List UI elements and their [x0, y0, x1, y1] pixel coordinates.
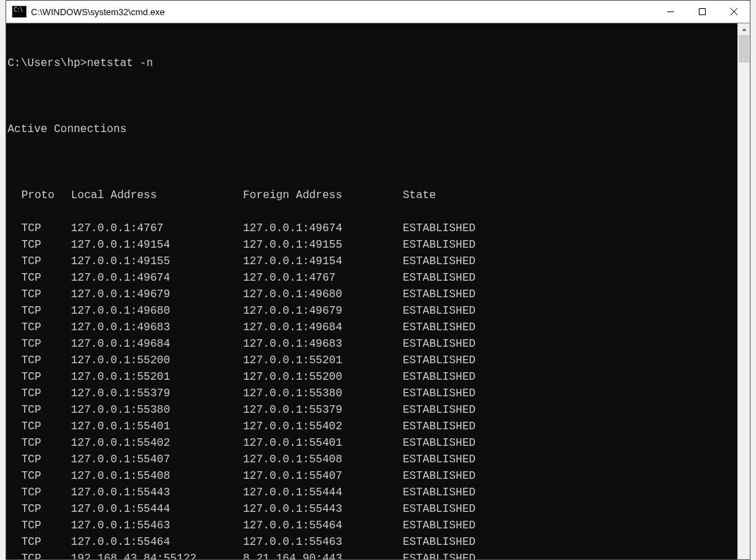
close-icon	[730, 8, 738, 16]
local-address-cell: 127.0.0.1:55200	[71, 352, 243, 369]
state-cell: ESTABLISHED	[403, 237, 476, 253]
state-cell: ESTABLISHED	[403, 451, 476, 468]
foreign-address-cell: 127.0.0.1:49684	[243, 319, 403, 336]
col-proto-header: Proto	[21, 187, 71, 204]
chevron-up-icon	[742, 27, 747, 32]
local-address-cell: 127.0.0.1:55201	[71, 369, 243, 385]
local-address-cell: 127.0.0.1:49155	[71, 253, 243, 270]
blank-line	[6, 88, 737, 105]
connection-row: TCP127.0.0.1:55408127.0.0.1:55407ESTABLI…	[6, 468, 737, 484]
foreign-address-cell: 127.0.0.1:55379	[243, 402, 403, 418]
state-cell: ESTABLISHED	[403, 369, 476, 385]
local-address-cell: 127.0.0.1:55464	[71, 534, 243, 550]
state-cell: ESTABLISHED	[403, 352, 476, 369]
proto-cell: TCP	[21, 303, 71, 319]
connection-row: TCP127.0.0.1:55401127.0.0.1:55402ESTABLI…	[6, 418, 737, 435]
foreign-address-cell: 127.0.0.1:55380	[243, 385, 403, 402]
foreign-address-cell: 127.0.0.1:55464	[243, 517, 403, 534]
connection-row: TCP127.0.0.1:55463127.0.0.1:55464ESTABLI…	[6, 517, 737, 534]
local-address-cell: 127.0.0.1:49680	[71, 303, 243, 319]
local-address-cell: 127.0.0.1:55408	[71, 468, 243, 484]
local-address-cell: 127.0.0.1:55402	[71, 435, 243, 451]
foreign-address-cell: 127.0.0.1:55444	[243, 484, 403, 501]
connection-row: TCP127.0.0.1:49684127.0.0.1:49683ESTABLI…	[6, 336, 737, 352]
foreign-address-cell: 127.0.0.1:49679	[243, 303, 403, 319]
console-output[interactable]: C:\Users\hp>netstat -n Active Connection…	[6, 23, 737, 559]
connection-row: TCP127.0.0.1:49680127.0.0.1:49679ESTABLI…	[6, 303, 737, 319]
col-state-header: State	[403, 187, 436, 204]
proto-cell: TCP	[21, 402, 71, 418]
local-address-cell: 127.0.0.1:55379	[71, 385, 243, 402]
foreign-address-cell: 127.0.0.1:55408	[243, 451, 403, 468]
local-address-cell: 127.0.0.1:4767	[71, 220, 243, 237]
proto-cell: TCP	[21, 385, 71, 402]
foreign-address-cell: 127.0.0.1:49154	[243, 253, 403, 270]
state-cell: ESTABLISHED	[403, 286, 476, 303]
foreign-address-cell: 127.0.0.1:55402	[243, 418, 403, 435]
svg-rect-1	[700, 9, 706, 15]
vertical-scrollbar[interactable]	[737, 23, 750, 559]
connection-row: TCP127.0.0.1:49674127.0.0.1:4767ESTABLIS…	[6, 270, 737, 286]
col-local-header: Local Address	[71, 187, 243, 204]
state-cell: ESTABLISHED	[403, 402, 476, 418]
foreign-address-cell: 127.0.0.1:55401	[243, 435, 403, 451]
svg-marker-4	[742, 28, 746, 31]
connection-row: TCP127.0.0.1:55464127.0.0.1:55463ESTABLI…	[6, 534, 737, 550]
blank-line	[6, 154, 737, 171]
proto-cell: TCP	[21, 369, 71, 385]
proto-cell: TCP	[21, 336, 71, 352]
col-foreign-header: Foreign Address	[243, 187, 403, 204]
proto-cell: TCP	[21, 270, 71, 286]
titlebar: C:\WINDOWS\system32\cmd.exe	[6, 1, 750, 23]
scroll-track[interactable]	[738, 35, 750, 559]
state-cell: ESTABLISHED	[403, 220, 476, 237]
maximize-icon	[698, 8, 706, 16]
proto-cell: TCP	[21, 286, 71, 303]
proto-cell: TCP	[21, 253, 71, 270]
state-cell: ESTABLISHED	[403, 534, 476, 550]
foreign-address-cell: 8.21.164.90:443	[243, 550, 403, 559]
local-address-cell: 127.0.0.1:55407	[71, 451, 243, 468]
connection-row: TCP127.0.0.1:55402127.0.0.1:55401ESTABLI…	[6, 435, 737, 451]
scroll-thumb[interactable]	[739, 35, 749, 63]
local-address-cell: 127.0.0.1:55380	[71, 402, 243, 418]
connection-row: TCP127.0.0.1:55379127.0.0.1:55380ESTABLI…	[6, 385, 737, 402]
state-cell: ESTABLISHED	[403, 253, 476, 270]
local-address-cell: 127.0.0.1:49679	[71, 286, 243, 303]
maximize-button[interactable]	[686, 1, 718, 23]
proto-cell: TCP	[21, 435, 71, 451]
proto-cell: TCP	[21, 319, 71, 336]
proto-cell: TCP	[21, 220, 71, 237]
proto-cell: TCP	[21, 237, 71, 253]
proto-cell: TCP	[21, 451, 71, 468]
proto-cell: TCP	[21, 352, 71, 369]
heading-line: Active Connections	[6, 121, 737, 138]
connection-row: TCP127.0.0.1:55201127.0.0.1:55200ESTABLI…	[6, 369, 737, 385]
prompt-path: C:\Users\hp>	[8, 57, 87, 69]
state-cell: ESTABLISHED	[403, 385, 476, 402]
foreign-address-cell: 127.0.0.1:49680	[243, 286, 403, 303]
prompt-command: netstat -n	[87, 57, 153, 69]
foreign-address-cell: 127.0.0.1:4767	[243, 270, 403, 286]
state-cell: ESTABLISHED	[403, 435, 476, 451]
proto-cell: TCP	[21, 484, 71, 501]
local-address-cell: 127.0.0.1:55443	[71, 484, 243, 501]
proto-cell: TCP	[21, 517, 71, 534]
state-cell: ESTABLISHED	[403, 484, 476, 501]
proto-cell: TCP	[21, 501, 71, 517]
connection-row: TCP127.0.0.1:49679127.0.0.1:49680ESTABLI…	[6, 286, 737, 303]
cmd-window: C:\WINDOWS\system32\cmd.exe C:\Users\hp>…	[6, 0, 750, 560]
connection-row: TCP127.0.0.1:55443127.0.0.1:55444ESTABLI…	[6, 484, 737, 501]
minimize-button[interactable]	[655, 1, 686, 23]
foreign-address-cell: 127.0.0.1:55443	[243, 501, 403, 517]
proto-cell: TCP	[21, 418, 71, 435]
state-cell: ESTABLISHED	[403, 517, 476, 534]
local-address-cell: 127.0.0.1:55401	[71, 418, 243, 435]
close-button[interactable]	[718, 1, 750, 23]
connection-row: TCP127.0.0.1:55380127.0.0.1:55379ESTABLI…	[6, 402, 737, 418]
local-address-cell: 127.0.0.1:55444	[71, 501, 243, 517]
scroll-up-button[interactable]	[738, 23, 750, 35]
minimize-icon	[666, 8, 675, 16]
foreign-address-cell: 127.0.0.1:49155	[243, 237, 403, 253]
column-header-row: ProtoLocal AddressForeign AddressState	[6, 187, 737, 204]
